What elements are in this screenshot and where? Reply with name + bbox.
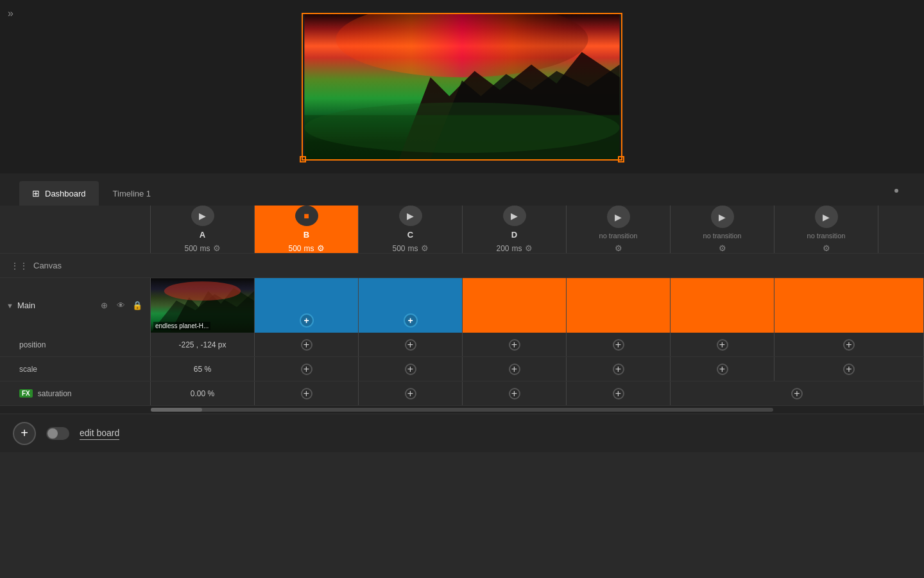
prop-position-dot-G[interactable]: + [774,333,924,356]
clip-cell-B[interactable]: + [255,278,359,333]
main-track-name: Main [17,301,94,310]
resize-handle-br[interactable] [618,156,624,162]
clip-cell-G[interactable] [774,278,924,333]
add-keyframe-B[interactable]: + [300,313,314,328]
prop-position-dot-C[interactable]: + [359,333,463,356]
scene-C-unit: ms [408,244,418,253]
scene-C-play[interactable]: ▶ [399,206,422,226]
keyframe-dot[interactable]: + [717,339,728,351]
keyframe-dot[interactable]: + [509,388,520,399]
scene-C-duration: 500 ms ⚙ [392,243,428,253]
scene-D[interactable]: ▶ D 200 ms ⚙ [463,206,567,253]
scrollbar-thumb[interactable] [151,408,202,412]
prop-row-position: position -225 , -124 px + + + + + + [0,333,924,357]
visibility-btn[interactable]: 👁 [114,299,127,312]
prop-scale-dot-C[interactable]: + [359,357,463,381]
scrollbar-track[interactable] [151,408,773,412]
edit-board-button[interactable]: edit board [80,426,119,440]
prop-sat-dot-E[interactable]: + [567,381,671,405]
prop-saturation-val: 0.00 % [191,389,214,398]
prop-position-label: position [0,333,151,356]
scene-B[interactable]: ■ B 500 ms ⚙ [255,206,359,253]
scene-header: ▶ A 500 ms ⚙ ■ B 500 ms ⚙ ▶ [0,206,924,254]
scene-D-gear[interactable]: ⚙ [525,243,533,253]
clip-cell-A[interactable]: endless planet-H... [151,278,255,333]
no-trans-2-play[interactable]: ▶ [711,206,734,228]
keyframe-dot[interactable]: + [843,339,855,351]
no-trans-1-play[interactable]: ▶ [607,206,630,228]
no-trans-2-gear[interactable]: ⚙ [719,243,726,253]
svg-point-5 [304,103,619,153]
no-trans-1-label: no transition [599,232,638,240]
add-button[interactable]: + [13,422,36,445]
prop-position-dot-F[interactable]: + [671,333,774,356]
clip-cell-C[interactable]: + [359,278,463,333]
no-transition-3[interactable]: ▶ no transition ⚙ [774,206,878,253]
prop-sat-dot-D[interactable]: + [463,381,567,405]
scene-D-duration: 200 ms ⚙ [496,243,532,253]
clip-cell-E[interactable] [567,278,671,333]
prop-scale-dot-B[interactable]: + [255,357,359,381]
keyframe-dot[interactable]: + [405,388,416,399]
keyframe-dot[interactable]: + [613,339,624,351]
prop-saturation-value: 0.00 % [151,381,255,405]
keyframe-dot[interactable]: + [301,339,312,351]
scene-B-duration: 500 ms ⚙ [288,243,324,253]
keyframe-dot[interactable]: + [613,388,624,399]
keyframe-dot[interactable]: + [843,363,855,375]
prop-sat-dot-B[interactable]: + [255,381,359,405]
clip-cell-D[interactable] [463,278,567,333]
lock-btn[interactable]: 🔒 [131,299,144,312]
scene-C-gear[interactable]: ⚙ [421,243,429,253]
scene-A[interactable]: ▶ A 500 ms ⚙ [151,206,255,253]
scene-B-ms: 500 [288,244,301,253]
resize-handle-bl[interactable] [300,156,306,162]
prop-sat-dot-F[interactable]: + [671,381,924,405]
no-trans-3-label: no transition [807,232,846,240]
clip-cell-F[interactable] [671,278,774,333]
prop-row-saturation: FX saturation 0.00 % + + + + + [0,381,924,406]
no-trans-3-gear[interactable]: ⚙ [823,243,830,253]
prop-scale-dot-G[interactable]: + [774,357,924,381]
toggle-button[interactable] [46,427,69,440]
prop-scale-dot-F[interactable]: + [671,357,774,381]
add-layer-btn[interactable]: ⊕ [98,299,110,312]
timeline-area: ▶ A 500 ms ⚙ ■ B 500 ms ⚙ ▶ [0,206,924,406]
keyframe-dot[interactable]: + [301,388,312,399]
canvas-grid-icon: ⋮⋮ [10,261,28,271]
prop-saturation-name: saturation [38,389,72,398]
no-transition-2[interactable]: ▶ no transition ⚙ [671,206,774,253]
track-controls: ⊕ 👁 🔒 [98,299,144,312]
no-trans-3-play[interactable]: ▶ [815,206,838,228]
prop-position-dot-D[interactable]: + [463,333,567,356]
keyframe-dot[interactable]: + [509,363,520,375]
prop-scale-dot-D[interactable]: + [463,357,567,381]
tab-timeline1[interactable]: Timeline 1 [100,181,164,206]
keyframe-dot[interactable]: + [717,363,728,375]
keyframe-dot[interactable]: + [791,388,803,399]
scene-D-play[interactable]: ▶ [503,206,526,226]
keyframe-dot[interactable]: + [301,363,312,375]
preview-image-container [302,13,622,161]
prop-position-dot-E[interactable]: + [567,333,671,356]
tab-dashboard[interactable]: ⊞ Dashboard [19,181,99,206]
scene-C[interactable]: ▶ C 500 ms ⚙ [359,206,463,253]
prop-sat-dot-C[interactable]: + [359,381,463,405]
keyframe-dot[interactable]: + [509,339,520,351]
expand-icon[interactable]: » [8,8,13,19]
prop-position-dot-B[interactable]: + [255,333,359,356]
no-transition-1[interactable]: ▶ no transition ⚙ [567,206,671,253]
scene-A-play[interactable]: ▶ [191,206,214,226]
add-keyframe-C[interactable]: + [404,313,418,328]
track-arrow[interactable]: ▼ [6,302,13,310]
keyframe-dot[interactable]: + [405,363,416,375]
prop-scale-dot-E[interactable]: + [567,357,671,381]
scene-B-gear[interactable]: ⚙ [317,243,325,253]
no-trans-1-gear[interactable]: ⚙ [615,243,622,253]
keyframe-dot[interactable]: + [405,339,416,351]
scene-B-stop[interactable]: ■ [295,206,318,226]
svg-point-9 [164,281,241,301]
scene-C-ms: 500 [392,244,405,253]
scene-A-gear[interactable]: ⚙ [213,243,221,253]
keyframe-dot[interactable]: + [613,363,624,375]
